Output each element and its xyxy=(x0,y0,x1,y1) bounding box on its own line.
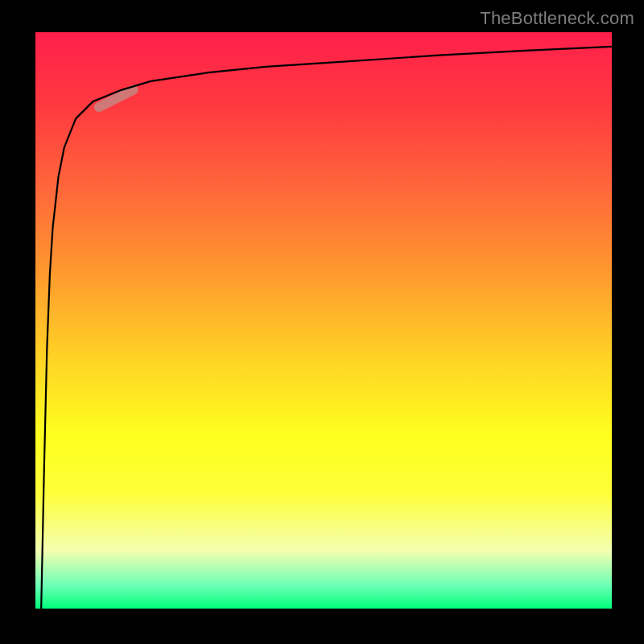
watermark-text: TheBottleneck.com xyxy=(480,8,634,29)
plot-gradient-background xyxy=(35,32,612,609)
chart-container: TheBottleneck.com xyxy=(0,0,644,644)
